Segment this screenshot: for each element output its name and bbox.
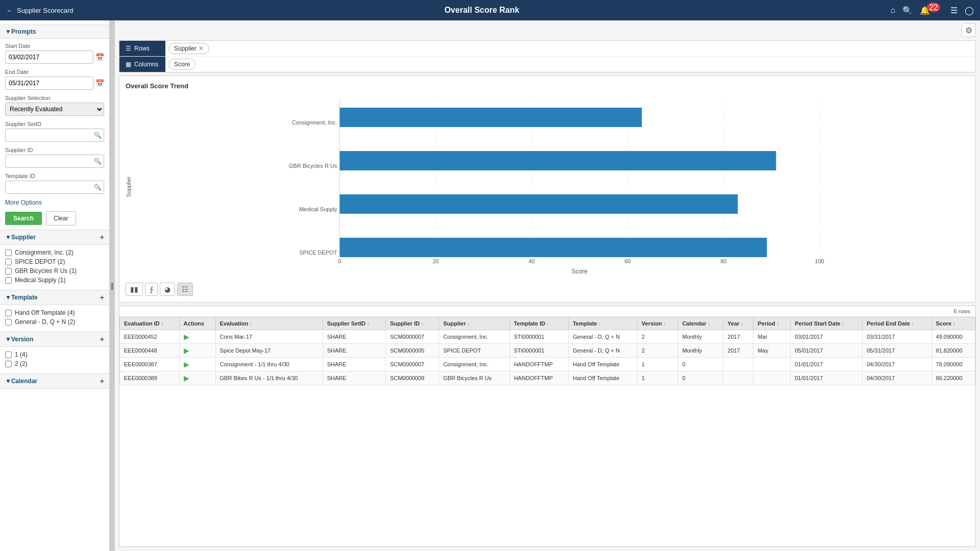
sort-icon[interactable]: ↕ (953, 321, 955, 327)
user-icon[interactable]: ◯ (965, 6, 974, 15)
supplier-consignment-checkbox[interactable] (5, 249, 12, 256)
sort-icon[interactable]: ↕ (599, 321, 601, 327)
columns-score-tag[interactable]: Score (168, 59, 195, 70)
version-2-checkbox[interactable] (5, 361, 12, 367)
supplier-setid-search-icon[interactable]: 🔍 (94, 132, 102, 139)
supplier-section-header[interactable]: ▼ Supplier + (0, 230, 109, 245)
cell-period-start: 03/01/2017 (791, 330, 863, 344)
action-check-icon[interactable]: ▶ (184, 374, 189, 382)
search-button[interactable]: Search (5, 212, 42, 225)
template-handoff-checkbox[interactable] (5, 310, 12, 316)
calendar-add-button[interactable]: + (100, 377, 104, 385)
cell-period-start: 01/01/2017 (791, 371, 863, 385)
template-id-input[interactable] (5, 181, 104, 194)
supplier-id-search-icon[interactable]: 🔍 (94, 158, 102, 165)
end-date-input[interactable] (5, 77, 93, 90)
sort-icon[interactable]: ↕ (842, 321, 845, 327)
pie-chart-button[interactable]: ◕ (160, 283, 175, 296)
cell-evaluation: Cons Mar-17 (215, 330, 323, 344)
supplier-add-button[interactable]: + (100, 233, 104, 241)
calendar-section-header[interactable]: ▼ Calendar + (0, 373, 109, 389)
search-icon[interactable]: 🔍 (902, 6, 913, 15)
sort-icon[interactable]: ↕ (421, 321, 424, 327)
version-section-header[interactable]: ▼ Version + (0, 332, 109, 347)
sort-icon[interactable]: ↕ (664, 321, 666, 327)
resize-handle[interactable]: ❚ (110, 20, 115, 551)
rows-supplier-tag[interactable]: Supplier ✕ (168, 43, 209, 54)
action-check-icon[interactable]: ▶ (184, 346, 189, 355)
sort-icon[interactable]: ↕ (367, 321, 370, 327)
bar-chart-button[interactable]: ▮▮ (126, 283, 143, 296)
sort-icon[interactable]: ↕ (708, 321, 710, 327)
action-check-icon[interactable]: ▶ (184, 333, 189, 341)
cell-template-id: STI0000001 (509, 330, 569, 344)
main-layout: ▼ Prompts Start Date 📅 End Date 📅 Supp (0, 20, 980, 551)
top-bar: ← Supplier Scorecard Overall Score Rank … (0, 0, 980, 20)
sort-icon[interactable]: ↕ (250, 321, 252, 327)
template-add-button[interactable]: + (100, 293, 104, 302)
prompts-section-header[interactable]: ▼ Prompts (0, 24, 109, 39)
cell-action[interactable]: ▶ (179, 344, 215, 358)
cell-action[interactable]: ▶ (179, 330, 215, 344)
cell-template: Hand Off Template (569, 358, 638, 371)
back-arrow-icon: ← (6, 7, 13, 14)
settings-gear-button[interactable]: ⚙ (962, 23, 976, 37)
cell-action[interactable]: ▶ (179, 358, 215, 371)
cell-period (753, 358, 791, 371)
cell-score: 86.220000 (932, 371, 975, 385)
version-add-button[interactable]: + (100, 335, 104, 343)
end-date-calendar-icon[interactable]: 📅 (95, 79, 104, 87)
sort-icon[interactable]: ↕ (741, 321, 744, 327)
template-collapse-arrow: ▼ (5, 294, 11, 301)
cell-evaluation: Consignment - 1/1 thru 4/30 (215, 358, 323, 371)
more-options-link[interactable]: More Options (5, 199, 104, 206)
table-row: EEE0000387 ▶ Consignment - 1/1 thru 4/30… (120, 358, 975, 371)
menu-icon[interactable]: ☰ (950, 6, 958, 15)
cell-supplier-setid: SHARE (323, 344, 385, 358)
supplier-spice-checkbox[interactable] (5, 259, 12, 265)
calendar-section-label: Calendar (11, 378, 37, 385)
start-date-calendar-icon[interactable]: 📅 (95, 53, 104, 61)
sort-icon[interactable]: ↕ (912, 321, 914, 327)
svg-text:Consignment, Inc.: Consignment, Inc. (292, 119, 337, 126)
sort-icon[interactable]: ↕ (777, 321, 779, 327)
chart-toolbar: ▮▮ ∱ ◕ ☷ (126, 283, 969, 296)
rows-tag-close-icon[interactable]: ✕ (199, 45, 204, 52)
cell-supplier: Consignment, Inc. (439, 358, 509, 371)
supplier-setid-input[interactable] (5, 129, 104, 142)
template-general-checkbox[interactable] (5, 319, 12, 325)
cell-supplier-id: SCM0000007 (386, 330, 439, 344)
supplier-gbr-checkbox[interactable] (5, 268, 12, 274)
cell-evaluation: Spice Depot May-17 (215, 344, 323, 358)
template-section-header[interactable]: ▼ Template + (0, 290, 109, 305)
supplier-medical-checkbox[interactable] (5, 277, 12, 284)
template-id-search-icon[interactable]: 🔍 (94, 184, 102, 191)
columns-pivot-row: ▦ Columns Score (119, 57, 975, 72)
action-check-icon[interactable]: ▶ (184, 360, 189, 368)
table-chart-button[interactable]: ☷ (177, 283, 193, 296)
col-supplier: Supplier ↕ (439, 317, 509, 330)
sort-icon[interactable]: ↕ (467, 321, 470, 327)
version-1-checkbox[interactable] (5, 352, 12, 358)
sort-icon[interactable]: ↕ (547, 321, 549, 327)
template-general-label: General - D, Q + N (2) (15, 318, 75, 325)
page-title: Overall Score Rank (74, 6, 891, 15)
start-date-input[interactable] (5, 51, 93, 64)
list-item: 1 (4) (5, 351, 104, 358)
content-area: ⚙ ☰ Rows Supplier ✕ ▦ Columns (115, 20, 980, 551)
list-item: 2 (2) (5, 360, 104, 367)
home-icon[interactable]: ⌂ (891, 6, 896, 15)
version-collapse-arrow: ▼ (5, 336, 11, 343)
table-row: EEE0000452 ▶ Cons Mar-17 SHARE SCM000000… (120, 330, 975, 344)
sort-icon[interactable]: ↕ (161, 321, 164, 327)
notification-icon[interactable]: 🔔22 (920, 6, 943, 15)
cell-action[interactable]: ▶ (179, 371, 215, 385)
clear-button[interactable]: Clear (46, 211, 76, 226)
back-button[interactable]: ← Supplier Scorecard (6, 7, 74, 14)
supplier-id-group: Supplier ID 🔍 (5, 147, 104, 168)
supplier-id-input[interactable] (5, 155, 104, 168)
supplier-selection-select[interactable]: Recently Evaluated All Custom (5, 103, 104, 116)
cell-supplier: Consignment, Inc. (439, 330, 509, 344)
version-section-label: Version (11, 336, 33, 343)
line-chart-button[interactable]: ∱ (145, 283, 158, 296)
